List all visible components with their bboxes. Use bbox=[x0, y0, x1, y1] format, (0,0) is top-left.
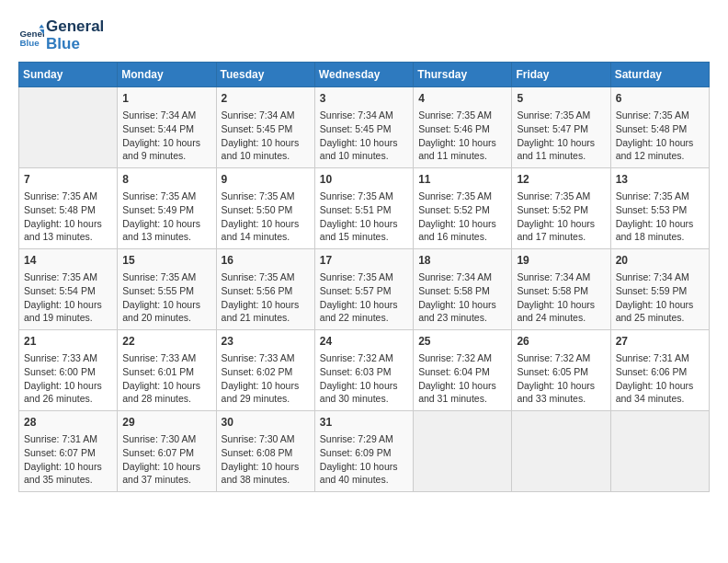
calendar-cell: 21Sunrise: 7:33 AMSunset: 6:00 PMDayligh… bbox=[19, 330, 118, 411]
day-number: 23 bbox=[222, 334, 310, 350]
calendar-header-row: SundayMondayTuesdayWednesdayThursdayFrid… bbox=[19, 63, 710, 87]
calendar-cell: 24Sunrise: 7:32 AMSunset: 6:03 PMDayligh… bbox=[314, 330, 413, 411]
day-number: 15 bbox=[122, 253, 210, 269]
calendar-cell: 10Sunrise: 7:35 AMSunset: 5:51 PMDayligh… bbox=[314, 168, 413, 249]
calendar-cell: 31Sunrise: 7:29 AMSunset: 6:09 PMDayligh… bbox=[314, 411, 413, 492]
cell-content: Sunrise: 7:32 AMSunset: 6:05 PMDaylight:… bbox=[517, 351, 605, 406]
calendar-cell: 1Sunrise: 7:34 AMSunset: 5:44 PMDaylight… bbox=[118, 87, 216, 168]
cell-content: Sunrise: 7:35 AMSunset: 5:53 PMDaylight:… bbox=[616, 190, 704, 244]
day-number: 16 bbox=[222, 253, 310, 269]
calendar-cell: 12Sunrise: 7:35 AMSunset: 5:52 PMDayligh… bbox=[512, 168, 610, 249]
calendar-cell: 19Sunrise: 7:34 AMSunset: 5:58 PMDayligh… bbox=[512, 249, 610, 330]
day-number: 3 bbox=[320, 91, 408, 107]
day-number: 13 bbox=[616, 172, 704, 188]
calendar-day-header: Saturday bbox=[610, 63, 709, 87]
day-number: 4 bbox=[418, 91, 506, 107]
day-number: 11 bbox=[418, 172, 506, 188]
calendar-cell: 23Sunrise: 7:33 AMSunset: 6:02 PMDayligh… bbox=[216, 330, 314, 411]
cell-content: Sunrise: 7:34 AMSunset: 5:59 PMDaylight:… bbox=[616, 270, 704, 325]
cell-content: Sunrise: 7:34 AMSunset: 5:45 PMDaylight:… bbox=[320, 109, 408, 163]
calendar-cell: 18Sunrise: 7:34 AMSunset: 5:58 PMDayligh… bbox=[414, 249, 512, 330]
day-number: 25 bbox=[418, 334, 506, 350]
calendar-cell: 8Sunrise: 7:35 AMSunset: 5:49 PMDaylight… bbox=[118, 168, 216, 249]
calendar-cell: 26Sunrise: 7:32 AMSunset: 6:05 PMDayligh… bbox=[512, 330, 610, 411]
cell-content: Sunrise: 7:35 AMSunset: 5:55 PMDaylight:… bbox=[122, 270, 210, 325]
day-number: 18 bbox=[418, 253, 506, 269]
calendar-cell: 11Sunrise: 7:35 AMSunset: 5:52 PMDayligh… bbox=[414, 168, 512, 249]
cell-content: Sunrise: 7:33 AMSunset: 6:01 PMDaylight:… bbox=[122, 351, 210, 406]
calendar-day-header: Tuesday bbox=[216, 63, 314, 87]
calendar-cell: 25Sunrise: 7:32 AMSunset: 6:04 PMDayligh… bbox=[414, 330, 512, 411]
day-number: 20 bbox=[616, 253, 704, 269]
day-number: 12 bbox=[517, 172, 605, 188]
calendar-week-row: 21Sunrise: 7:33 AMSunset: 6:00 PMDayligh… bbox=[19, 330, 710, 411]
svg-marker-2 bbox=[39, 24, 44, 28]
day-number: 1 bbox=[122, 91, 210, 107]
page-header: General Blue General Blue bbox=[18, 18, 710, 52]
cell-content: Sunrise: 7:35 AMSunset: 5:54 PMDaylight:… bbox=[24, 270, 112, 325]
day-number: 7 bbox=[24, 172, 112, 188]
calendar-cell: 29Sunrise: 7:30 AMSunset: 6:07 PMDayligh… bbox=[118, 411, 216, 492]
cell-content: Sunrise: 7:34 AMSunset: 5:45 PMDaylight:… bbox=[222, 109, 310, 163]
calendar-day-header: Sunday bbox=[19, 63, 118, 87]
day-number: 22 bbox=[122, 334, 210, 350]
calendar-cell bbox=[512, 411, 610, 492]
cell-content: Sunrise: 7:30 AMSunset: 6:07 PMDaylight:… bbox=[122, 432, 210, 487]
svg-text:Blue: Blue bbox=[19, 38, 40, 48]
logo: General Blue General Blue bbox=[18, 18, 104, 52]
day-number: 21 bbox=[24, 334, 112, 350]
cell-content: Sunrise: 7:35 AMSunset: 5:52 PMDaylight:… bbox=[418, 190, 506, 244]
calendar-cell: 6Sunrise: 7:35 AMSunset: 5:48 PMDaylight… bbox=[610, 87, 709, 168]
calendar-cell: 28Sunrise: 7:31 AMSunset: 6:07 PMDayligh… bbox=[19, 411, 118, 492]
day-number: 14 bbox=[24, 253, 112, 269]
calendar-cell: 3Sunrise: 7:34 AMSunset: 5:45 PMDaylight… bbox=[314, 87, 413, 168]
cell-content: Sunrise: 7:34 AMSunset: 5:58 PMDaylight:… bbox=[418, 270, 506, 325]
cell-content: Sunrise: 7:30 AMSunset: 6:08 PMDaylight:… bbox=[222, 432, 310, 487]
day-number: 8 bbox=[122, 172, 210, 188]
calendar-cell: 16Sunrise: 7:35 AMSunset: 5:56 PMDayligh… bbox=[216, 249, 314, 330]
day-number: 24 bbox=[320, 334, 408, 350]
logo-icon: General Blue bbox=[18, 23, 44, 49]
day-number: 10 bbox=[320, 172, 408, 188]
calendar-week-row: 14Sunrise: 7:35 AMSunset: 5:54 PMDayligh… bbox=[19, 249, 710, 330]
day-number: 5 bbox=[517, 91, 605, 107]
day-number: 26 bbox=[517, 334, 605, 350]
logo-general: General bbox=[46, 18, 104, 36]
calendar-cell: 30Sunrise: 7:30 AMSunset: 6:08 PMDayligh… bbox=[216, 411, 314, 492]
calendar-cell: 15Sunrise: 7:35 AMSunset: 5:55 PMDayligh… bbox=[118, 249, 216, 330]
cell-content: Sunrise: 7:34 AMSunset: 5:58 PMDaylight:… bbox=[517, 270, 605, 325]
cell-content: Sunrise: 7:31 AMSunset: 6:06 PMDaylight:… bbox=[616, 351, 704, 406]
day-number: 27 bbox=[616, 334, 704, 350]
cell-content: Sunrise: 7:31 AMSunset: 6:07 PMDaylight:… bbox=[24, 432, 112, 487]
day-number: 30 bbox=[222, 415, 310, 431]
cell-content: Sunrise: 7:35 AMSunset: 5:57 PMDaylight:… bbox=[320, 270, 408, 325]
day-number: 19 bbox=[517, 253, 605, 269]
cell-content: Sunrise: 7:35 AMSunset: 5:46 PMDaylight:… bbox=[418, 109, 506, 163]
cell-content: Sunrise: 7:35 AMSunset: 5:56 PMDaylight:… bbox=[222, 270, 310, 325]
calendar-cell: 9Sunrise: 7:35 AMSunset: 5:50 PMDaylight… bbox=[216, 168, 314, 249]
day-number: 2 bbox=[222, 91, 310, 107]
day-number: 29 bbox=[122, 415, 210, 431]
cell-content: Sunrise: 7:35 AMSunset: 5:52 PMDaylight:… bbox=[517, 190, 605, 244]
calendar-cell: 27Sunrise: 7:31 AMSunset: 6:06 PMDayligh… bbox=[610, 330, 709, 411]
calendar-cell bbox=[19, 87, 118, 168]
calendar-day-header: Monday bbox=[118, 63, 216, 87]
calendar-cell: 7Sunrise: 7:35 AMSunset: 5:48 PMDaylight… bbox=[19, 168, 118, 249]
calendar-cell: 14Sunrise: 7:35 AMSunset: 5:54 PMDayligh… bbox=[19, 249, 118, 330]
calendar-cell bbox=[610, 411, 709, 492]
day-number: 9 bbox=[222, 172, 310, 188]
calendar-cell: 13Sunrise: 7:35 AMSunset: 5:53 PMDayligh… bbox=[610, 168, 709, 249]
logo-blue: Blue bbox=[46, 36, 104, 53]
calendar-cell bbox=[414, 411, 512, 492]
cell-content: Sunrise: 7:34 AMSunset: 5:44 PMDaylight:… bbox=[122, 109, 210, 163]
calendar-week-row: 7Sunrise: 7:35 AMSunset: 5:48 PMDaylight… bbox=[19, 168, 710, 249]
calendar-cell: 5Sunrise: 7:35 AMSunset: 5:47 PMDaylight… bbox=[512, 87, 610, 168]
day-number: 31 bbox=[320, 415, 408, 431]
calendar-cell: 17Sunrise: 7:35 AMSunset: 5:57 PMDayligh… bbox=[314, 249, 413, 330]
calendar-cell: 4Sunrise: 7:35 AMSunset: 5:46 PMDaylight… bbox=[414, 87, 512, 168]
calendar-week-row: 28Sunrise: 7:31 AMSunset: 6:07 PMDayligh… bbox=[19, 411, 710, 492]
cell-content: Sunrise: 7:33 AMSunset: 6:02 PMDaylight:… bbox=[222, 351, 310, 406]
calendar-table: SundayMondayTuesdayWednesdayThursdayFrid… bbox=[18, 62, 710, 492]
cell-content: Sunrise: 7:35 AMSunset: 5:47 PMDaylight:… bbox=[517, 109, 605, 163]
day-number: 6 bbox=[616, 91, 704, 107]
